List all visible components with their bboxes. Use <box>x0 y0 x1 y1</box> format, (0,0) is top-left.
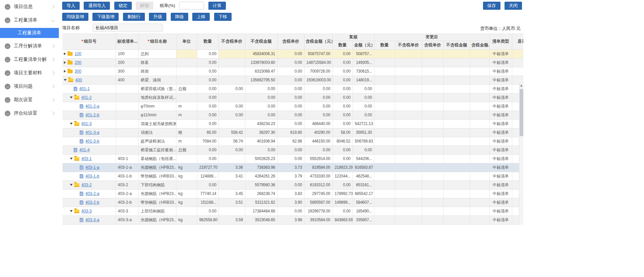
expand-icon[interactable] <box>64 70 66 73</box>
cell-amt-inc-tax[interactable]: 6193312.00 <box>304 181 332 189</box>
cell-chg-qty[interactable] <box>374 76 395 84</box>
cell-chg-amt-inc[interactable] <box>470 119 489 128</box>
table-row[interactable]: 403-2-b 403-2-b 带肋钢筋（HRB33... kg 151168.… <box>63 198 523 207</box>
cell-amt-ex-tax[interactable]: 5579560.36 <box>245 181 277 189</box>
cell-unit[interactable] <box>176 119 197 128</box>
cell-chg-price-ex[interactable] <box>395 207 422 215</box>
cell-chg-amt-ex[interactable] <box>443 84 470 93</box>
cell-review-qty[interactable]: 58.00 <box>332 128 353 137</box>
cell-review-amt[interactable]: 0.00 <box>353 111 374 119</box>
cell-chg-qty[interactable] <box>374 154 395 163</box>
cell-amt-ex-tax[interactable]: 5002625.23 <box>245 154 277 163</box>
cell-amt-ex-tax[interactable]: 268238.74 <box>245 189 277 198</box>
cell-std-list[interactable]: 403-2 <box>116 181 138 189</box>
tree-cell[interactable]: 403-3-a <box>63 215 116 224</box>
cell-unit[interactable]: 根 <box>176 128 197 137</box>
cell-list-type[interactable]: 中标清单 <box>489 93 512 102</box>
cell-amt-inc-tax[interactable]: 5552914.00 <box>304 154 332 163</box>
cell-chg-amt-inc[interactable] <box>470 58 489 67</box>
cell-qty[interactable]: 0.00 <box>197 49 218 58</box>
cell-chg-amt-inc[interactable] <box>470 181 489 189</box>
cell-amt-inc-tax[interactable]: 297745.00 <box>304 189 332 198</box>
cell-price-ex-tax[interactable] <box>218 181 245 189</box>
cell-amt-inc-tax[interactable]: 40290.00 <box>304 128 332 137</box>
cell-qty[interactable]: 7084.00 <box>197 137 218 146</box>
cell-price-inc-tax[interactable]: 0.00 <box>277 102 304 111</box>
cell-std-list[interactable]: 403-3-a <box>116 215 138 224</box>
cell-unit[interactable] <box>176 58 197 67</box>
item-no-link[interactable]: 401-2 <box>81 95 92 100</box>
cell-chg-price-ex[interactable] <box>395 172 422 181</box>
cell-chg-price-inc[interactable] <box>422 49 443 58</box>
cell-item-name[interactable]: 上部结构钢筋 <box>138 207 176 215</box>
cell-std-list[interactable]: 403-3 <box>116 207 138 215</box>
item-no-link[interactable]: 401-3 <box>81 121 92 126</box>
cell-amt-ex-tax[interactable]: 135692795.50 <box>245 76 277 84</box>
cell-chg-amt-inc[interactable] <box>470 102 489 111</box>
cell-std-list[interactable]: 200 <box>116 58 138 67</box>
tree-cell[interactable]: 401-3-b <box>63 137 116 146</box>
tree-cell[interactable]: 401-3 <box>63 119 116 128</box>
table-row[interactable]: 401-2-a φ70mm m 0.00 0.00 0.00 0.00 0.00… <box>63 102 523 111</box>
cell-chg-amt-ex[interactable] <box>443 128 470 137</box>
cell-unit[interactable] <box>176 93 197 102</box>
cell-qty[interactable]: 0.00 <box>197 111 218 119</box>
save-button[interactable]: 保存 <box>483 2 500 10</box>
cell-price-inc-tax[interactable]: 0.00 <box>277 207 304 215</box>
cell-std-list[interactable]: 300 <box>116 67 138 76</box>
cell-amt-inc-tax[interactable]: 19296778.00 <box>304 207 332 215</box>
cell-chg-price-ex[interactable] <box>395 67 422 76</box>
tree-cell[interactable]: 300 <box>63 67 116 76</box>
cell-item-name[interactable]: 混凝土桩无破损检测 <box>138 119 176 128</box>
tree-cell[interactable]: 401-3-a <box>63 128 116 137</box>
cell-price-inc-tax[interactable]: 0.00 <box>277 154 304 163</box>
cell-unit[interactable]: m <box>176 111 197 119</box>
cell-review-amt[interactable]: 149305... <box>353 58 374 67</box>
sidebar-item-main-materials[interactable]: → 项目主要材料 <box>0 66 59 80</box>
cell-chg-price-inc[interactable] <box>422 207 443 215</box>
cell-chg-amt-inc[interactable] <box>470 146 489 154</box>
cell-amt-ex-tax[interactable]: 0.00 <box>245 146 277 154</box>
cell-chg-price-ex[interactable] <box>395 163 422 172</box>
item-no-link[interactable]: 403-3-a <box>85 217 99 222</box>
cell-review-qty[interactable]: 0.00 <box>332 181 353 189</box>
cell-list-type[interactable]: 中标清单 <box>489 49 512 58</box>
cell-price-inc-tax[interactable]: 0.00 <box>277 146 304 154</box>
cell-std-list[interactable] <box>116 128 138 137</box>
cell-price-ex-tax[interactable] <box>218 76 245 84</box>
cell-chg-qty[interactable] <box>374 93 395 102</box>
cell-amt-inc-tax[interactable]: 0.00 <box>304 146 332 154</box>
cell-std-list[interactable]: 403-2-a <box>116 189 138 198</box>
tree-cell[interactable]: 401-4 <box>63 146 116 154</box>
cell-unit[interactable]: 总额 <box>176 146 197 154</box>
cell-chg-amt-inc[interactable] <box>470 93 489 102</box>
cell-chg-qty[interactable] <box>374 215 395 224</box>
cell-chg-price-inc[interactable] <box>422 181 443 189</box>
cell-amt-ex-tax[interactable]: 438234.23 <box>245 119 277 128</box>
cell-list-type[interactable]: 中标清单 <box>489 84 512 93</box>
table-row[interactable]: 300 300 路面 0.00 6315068.47 0.00 7009726.… <box>63 67 523 76</box>
cell-qty[interactable]: 0.00 <box>197 84 218 93</box>
cell-review-amt[interactable]: 685542.17 <box>353 189 374 198</box>
cell-unit[interactable] <box>176 49 197 58</box>
cell-chg-price-inc[interactable] <box>422 215 443 224</box>
item-no-link[interactable]: 100 <box>75 51 81 56</box>
sidebar-item-boq[interactable]: → 工程量清单 <box>0 13 59 27</box>
cell-chg-price-inc[interactable] <box>422 137 443 146</box>
cell-unit[interactable]: 总额 <box>176 84 197 93</box>
cell-review-amt[interactable]: 816583.87 <box>353 163 374 172</box>
sidebar-item-project-info[interactable]: → 项目信息 <box>0 0 59 13</box>
expand-icon[interactable] <box>70 210 73 212</box>
cell-unit[interactable]: kg <box>176 189 197 198</box>
cell-amt-ex-tax[interactable]: 36297.30 <box>245 128 277 137</box>
cell-review-qty[interactable]: 0.00 <box>332 84 353 93</box>
cell-price-ex-tax[interactable]: 0.00 <box>218 146 245 154</box>
cell-price-inc-tax[interactable]: 0.00 <box>277 84 304 93</box>
cell-review-amt[interactable]: 35951.30 <box>353 128 374 137</box>
item-no-link[interactable]: 401-1 <box>79 86 90 91</box>
cell-chg-price-ex[interactable] <box>395 154 422 163</box>
cell-amt-ex-tax[interactable]: 5311321.62 <box>245 198 277 207</box>
cell-qty[interactable]: 0.00 <box>197 146 218 154</box>
cell-chg-qty[interactable] <box>374 128 395 137</box>
cell-item-name[interactable]: 总则 <box>138 49 176 58</box>
